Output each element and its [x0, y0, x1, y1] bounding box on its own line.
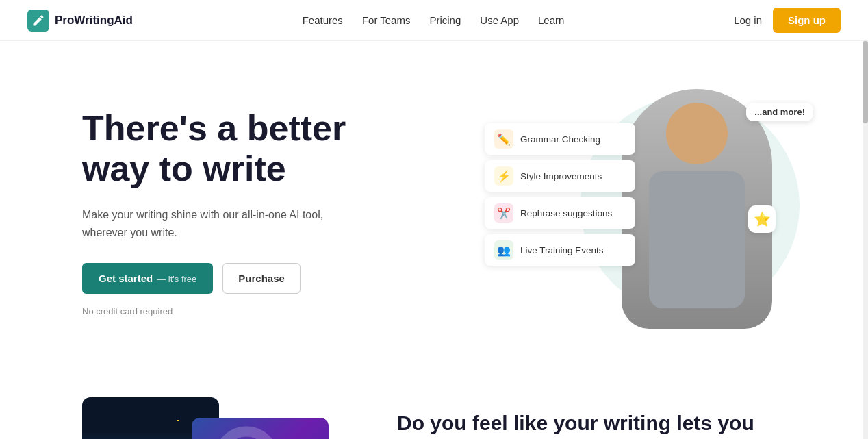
- nav-right: Log in Sign up: [734, 8, 841, 33]
- person-body: [649, 171, 745, 308]
- hero-title: There's a better way to write: [82, 108, 411, 190]
- scrollbar-thumb[interactable]: [863, 41, 868, 123]
- logo-icon: [27, 10, 49, 32]
- get-started-button[interactable]: Get started— it's free: [82, 263, 213, 294]
- grammar-icon: ✏️: [494, 129, 513, 149]
- hero-right: ...and more! ⭐ ✏️ Grammar Checking ⚡ Sty…: [485, 82, 813, 342]
- no-credit-text: No credit card required: [82, 306, 411, 316]
- person-head: [666, 103, 728, 164]
- second-section: My idea in my head Do you feel like your…: [0, 370, 868, 439]
- pill-grammar-label: Grammar Checking: [520, 134, 600, 145]
- login-link[interactable]: Log in: [734, 14, 762, 26]
- svg-point-0: [219, 431, 274, 439]
- and-more-badge: ...and more!: [746, 103, 813, 121]
- pill-training-label: Live Training Events: [520, 245, 604, 255]
- nav-for-teams[interactable]: For Teams: [362, 14, 411, 26]
- scrollbar[interactable]: [863, 0, 868, 439]
- swirl-art: [192, 418, 329, 439]
- nav-features[interactable]: Features: [303, 14, 343, 26]
- hero-subtitle: Make your writing shine with our all-in-…: [82, 206, 329, 241]
- rephrase-icon: ✂️: [494, 203, 513, 223]
- hero-illustration: ...and more! ⭐ ✏️ Grammar Checking ⚡ Sty…: [485, 82, 813, 342]
- free-text: — it's free: [157, 274, 196, 284]
- second-left: My idea in my head: [82, 397, 356, 439]
- pill-style-label: Style Improvements: [520, 171, 602, 181]
- pill-style: ⚡ Style Improvements: [485, 160, 635, 192]
- training-icon: 👥: [494, 240, 513, 260]
- hero-buttons: Get started— it's free Purchase: [82, 263, 411, 294]
- hero-left: There's a better way to write Make your …: [82, 108, 411, 317]
- hero-section: There's a better way to write Make your …: [0, 41, 868, 370]
- nav-learn[interactable]: Learn: [538, 14, 564, 26]
- nav-links: Features For Teams Pricing Use App Learn: [303, 14, 565, 27]
- artwork-container: My idea in my head: [82, 397, 342, 439]
- signup-button[interactable]: Sign up: [773, 8, 841, 33]
- second-right: Do you feel like your writing lets you d…: [397, 397, 813, 439]
- star-badge: ⭐: [748, 205, 776, 233]
- second-title: Do you feel like your writing lets you d…: [397, 411, 813, 439]
- nav-pricing[interactable]: Pricing: [429, 14, 461, 26]
- purchase-button[interactable]: Purchase: [222, 263, 301, 294]
- navbar: ProWritingAid Features For Teams Pricing…: [0, 0, 868, 41]
- feature-pills: ✏️ Grammar Checking ⚡ Style Improvements…: [485, 123, 635, 266]
- pill-rephrase-label: Rephrase suggestions: [520, 208, 612, 218]
- pill-training: 👥 Live Training Events: [485, 234, 635, 266]
- style-icon: ⚡: [494, 166, 513, 186]
- logo-text: ProWritingAid: [55, 14, 133, 27]
- pill-grammar: ✏️ Grammar Checking: [485, 123, 635, 155]
- logo-link[interactable]: ProWritingAid: [27, 10, 133, 32]
- get-started-label: Get started: [99, 273, 153, 284]
- pill-rephrase: ✂️ Rephrase suggestions: [485, 197, 635, 229]
- artwork-front: [192, 418, 329, 439]
- nav-use-app[interactable]: Use App: [480, 14, 519, 26]
